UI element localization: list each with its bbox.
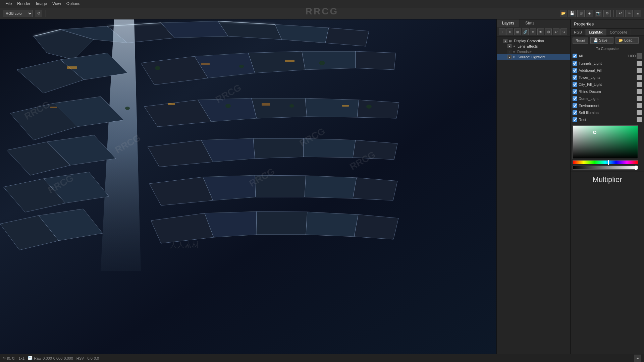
swatch-self[interactable] bbox=[637, 110, 642, 115]
svg-marker-22 bbox=[357, 100, 399, 118]
menu-view[interactable]: View bbox=[50, 1, 64, 7]
swatch-rhino[interactable] bbox=[637, 89, 642, 94]
all-check[interactable] bbox=[573, 54, 577, 58]
tab-composite[interactable]: Composite bbox=[606, 29, 631, 36]
lm-row-self: Self Illumina bbox=[571, 109, 644, 116]
status-channel[interactable]: 📉 Raw 0.000 0.000 0.000 bbox=[28, 356, 73, 360]
check-city[interactable] bbox=[573, 82, 577, 87]
layers-btn[interactable]: ⊞ bbox=[577, 10, 585, 17]
props-tabs: RGB LightMix Composite bbox=[571, 29, 644, 36]
swatch-dome[interactable] bbox=[637, 96, 642, 101]
lm-row-additional: Additional_Fill bbox=[571, 67, 644, 74]
layer-label-2: Lens Effects bbox=[518, 44, 538, 48]
load-btn[interactable]: 📂 Load... bbox=[615, 37, 639, 44]
layer-vis-1[interactable]: ● bbox=[503, 39, 507, 43]
panel-vis-btn[interactable]: 👁 bbox=[537, 28, 544, 35]
swatch-tunnels[interactable] bbox=[637, 61, 642, 66]
panel-add-btn[interactable]: + bbox=[499, 28, 505, 35]
svg-text:人人素材: 人人素材 bbox=[170, 241, 199, 249]
tab-layers[interactable]: Layers bbox=[497, 19, 520, 27]
svg-point-55 bbox=[239, 65, 244, 68]
panel-delete-btn[interactable]: × bbox=[506, 28, 513, 35]
svg-marker-13 bbox=[248, 51, 305, 73]
history-btn[interactable]: ↩ bbox=[616, 10, 624, 17]
panel-merge-btn[interactable]: ⊕ bbox=[530, 28, 536, 35]
hue-bar[interactable] bbox=[573, 160, 638, 164]
check-tower[interactable] bbox=[573, 75, 577, 80]
tab-lightmix[interactable]: LightMix bbox=[586, 29, 606, 36]
panel-redo-btn[interactable]: ↪ bbox=[560, 28, 567, 35]
svg-marker-40 bbox=[205, 212, 257, 237]
status-right: ≡ bbox=[102, 355, 641, 362]
coords-value: [0, 0] bbox=[7, 356, 15, 360]
open-btn[interactable]: 📂 bbox=[560, 10, 567, 17]
swatch-rest[interactable] bbox=[637, 117, 642, 122]
channel-value: Raw bbox=[34, 356, 41, 360]
svg-point-54 bbox=[155, 66, 160, 70]
viewport[interactable]: RRCG RRCG RRCG RRCG RRCG RRCG RRCG 人人素材 bbox=[0, 19, 496, 354]
settings-btn[interactable]: ⚙ bbox=[603, 10, 611, 17]
save-btn[interactable]: 💾 bbox=[569, 10, 576, 17]
redo-btn[interactable]: ↪ bbox=[625, 10, 633, 17]
status-mode[interactable]: 1x1 bbox=[18, 356, 24, 360]
check-dome[interactable] bbox=[573, 96, 577, 101]
brightness-bar[interactable] bbox=[573, 166, 638, 170]
statusbar: ⊕ [0, 0] 1x1 📉 Raw 0.000 0.000 0.000 HSV… bbox=[0, 354, 644, 362]
panel-settings-btn[interactable]: ⚙ bbox=[545, 28, 552, 35]
layer-source-lightmix[interactable]: ● ⊙ Source: LightMix bbox=[497, 54, 570, 60]
props-btn[interactable]: ≡ bbox=[634, 10, 641, 17]
colorspace-select[interactable]: RGB color HSV Linear bbox=[3, 10, 33, 17]
camera-btn[interactable]: 📷 bbox=[595, 10, 602, 17]
panel-link-btn[interactable]: 🔗 bbox=[522, 28, 529, 35]
layer-denoiser[interactable]: ○ ◈ Denoiser bbox=[497, 49, 570, 54]
toolbar: RGB color HSV Linear ⊙ 📂 💾 ⊞ ◈ 📷 ⚙ ↩ ↪ ≡ bbox=[0, 7, 644, 19]
layer-vis-3[interactable]: ○ bbox=[507, 50, 512, 54]
menubar: File Render Image View Options RRCG bbox=[0, 0, 644, 7]
menu-file[interactable]: File bbox=[3, 1, 14, 7]
tab-rgb[interactable]: RGB bbox=[571, 29, 586, 36]
check-tunnels[interactable] bbox=[573, 61, 577, 66]
save-btn-props[interactable]: 💾 Save... bbox=[590, 37, 613, 44]
color-gradient[interactable] bbox=[573, 125, 638, 159]
menu-options[interactable]: Options bbox=[64, 1, 83, 7]
check-rhino[interactable] bbox=[573, 89, 577, 94]
svg-marker-41 bbox=[256, 212, 307, 235]
status-colorspace[interactable]: HSV bbox=[76, 356, 84, 360]
status-settings-btn[interactable]: ≡ bbox=[634, 355, 641, 362]
swatch-additional[interactable] bbox=[637, 68, 642, 73]
lm-row-tunnels: Tunnels_Light bbox=[571, 60, 644, 67]
props-btns: Reset 💾 Save... 📂 Load... bbox=[571, 36, 644, 45]
panel-undo-btn[interactable]: ↩ bbox=[553, 28, 559, 35]
check-additional[interactable] bbox=[573, 68, 577, 73]
swatch-tower[interactable] bbox=[637, 75, 642, 80]
check-self[interactable] bbox=[573, 110, 577, 115]
panel-group-btn[interactable]: ⊞ bbox=[514, 28, 521, 35]
composite-btn[interactable]: ◈ bbox=[586, 10, 593, 17]
check-rest[interactable] bbox=[573, 117, 577, 122]
swatch-env[interactable] bbox=[637, 103, 642, 108]
swatch-city[interactable] bbox=[637, 82, 642, 87]
layer-tree: ● ▤ Display Correction ● ✦ Lens Effects … bbox=[497, 37, 570, 354]
to-composite-btn[interactable]: To Composite bbox=[571, 45, 644, 52]
b-value: 0.000 bbox=[64, 356, 73, 360]
check-env[interactable] bbox=[573, 103, 577, 108]
menu-image[interactable]: Image bbox=[33, 1, 50, 7]
layer-vis-4[interactable]: ● bbox=[507, 55, 512, 59]
layer-display-correction[interactable]: ● ▤ Display Correction bbox=[497, 38, 570, 44]
label-city: City_Fill_Light bbox=[579, 82, 636, 86]
label-additional: Additional_Fill bbox=[579, 68, 636, 72]
all-value: 1.000 bbox=[621, 54, 636, 58]
color-picker-area bbox=[571, 123, 644, 172]
layer-vis-2[interactable]: ● bbox=[507, 44, 512, 48]
svg-rect-53 bbox=[342, 105, 349, 107]
menu-render[interactable]: Render bbox=[14, 1, 33, 7]
all-row: All 1.000 bbox=[571, 52, 644, 60]
layer-lens-effects[interactable]: ● ✦ Lens Effects bbox=[497, 44, 570, 49]
reset-color-btn[interactable]: ⊙ bbox=[35, 10, 42, 17]
all-swatch[interactable] bbox=[637, 53, 642, 59]
label-rhino: Rhino Docum bbox=[579, 89, 636, 94]
reset-btn[interactable]: Reset bbox=[573, 38, 588, 44]
tab-stats[interactable]: Stats bbox=[520, 19, 540, 27]
multiplier-label: Multiplier bbox=[571, 172, 644, 186]
svg-marker-7 bbox=[325, 28, 369, 46]
